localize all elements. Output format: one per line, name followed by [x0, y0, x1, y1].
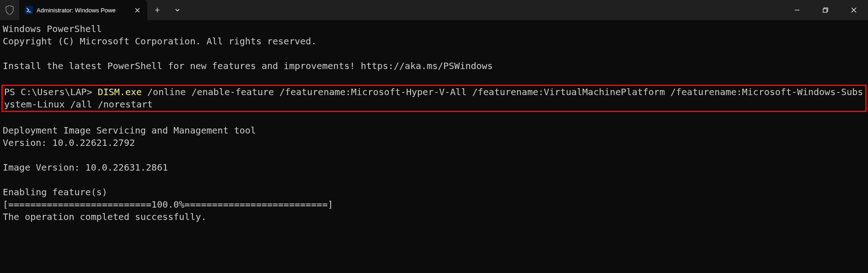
prompt-text: PS C:\Users\LAP>: [4, 86, 98, 97]
powershell-icon: [25, 6, 33, 14]
svg-rect-0: [823, 9, 827, 12]
blank-line: [3, 112, 865, 124]
tab-dropdown-button[interactable]: [167, 7, 188, 13]
blank-line: [3, 72, 865, 85]
new-tab-button[interactable]: [147, 7, 167, 13]
ps-copyright-line: Copyright (C) Microsoft Corporation. All…: [3, 35, 865, 48]
close-button[interactable]: [840, 0, 868, 20]
dism-version-line: Version: 10.0.22621.2792: [3, 137, 865, 149]
completed-line: The operation completed successfully.: [3, 211, 865, 223]
titlebar: Administrator: Windows Powe: [0, 0, 868, 20]
window-controls: [783, 0, 868, 20]
command-executable: DISM.exe: [98, 86, 142, 97]
ps-header-line: Windows PowerShell: [3, 23, 865, 35]
admin-shield-icon: [0, 0, 19, 20]
tab-title: Administrator: Windows Powe: [37, 7, 128, 14]
highlighted-command-box: PS C:\Users\LAP> DISM.exe /online /enabl…: [1, 85, 867, 112]
blank-line: [3, 174, 865, 186]
blank-line: [3, 149, 865, 161]
dism-tool-line: Deployment Image Servicing and Managemen…: [3, 124, 865, 137]
blank-line: [3, 48, 865, 60]
tab-actions: [147, 0, 188, 20]
minimize-button[interactable]: [783, 0, 811, 20]
install-hint-line: Install the latest PowerShell for new fe…: [3, 60, 865, 72]
active-tab[interactable]: Administrator: Windows Powe: [19, 0, 147, 20]
enabling-features-line: Enabling feature(s): [3, 186, 865, 198]
maximize-button[interactable]: [811, 0, 840, 20]
progress-bar-line: [==========================100.0%=======…: [3, 198, 865, 211]
image-version-line: Image Version: 10.0.22631.2861: [3, 161, 865, 174]
tab-close-button[interactable]: [132, 5, 143, 16]
terminal-output[interactable]: Windows PowerShellCopyright (C) Microsof…: [0, 20, 868, 226]
